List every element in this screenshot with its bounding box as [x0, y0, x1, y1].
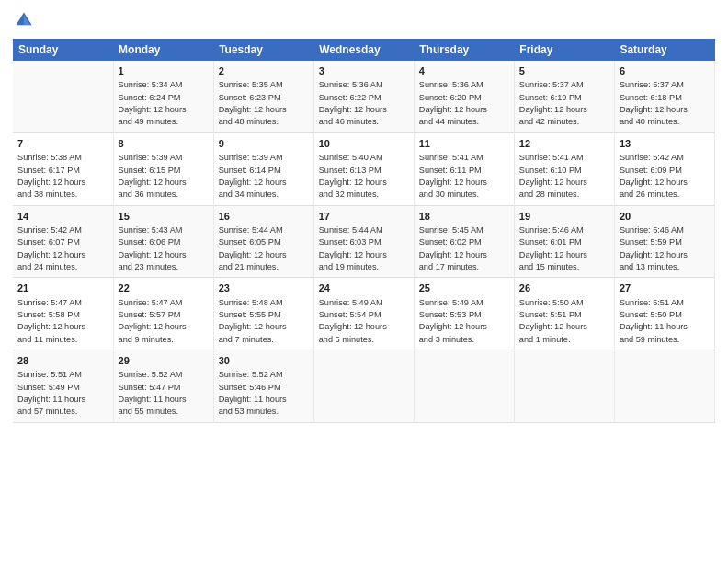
day-info: Sunrise: 5:46 AM Sunset: 6:01 PM Dayligh…: [519, 224, 609, 273]
calendar-cell: 7Sunrise: 5:38 AM Sunset: 6:17 PM Daylig…: [13, 132, 113, 205]
header: [13, 9, 715, 31]
day-info: Sunrise: 5:44 AM Sunset: 6:03 PM Dayligh…: [319, 224, 409, 273]
day-number: 16: [219, 210, 309, 224]
day-info: Sunrise: 5:47 AM Sunset: 5:57 PM Dayligh…: [119, 297, 209, 346]
day-number: 21: [17, 282, 108, 295]
calendar-body: 1Sunrise: 5:34 AM Sunset: 6:24 PM Daylig…: [13, 61, 715, 422]
day-number: 22: [119, 282, 209, 295]
calendar-cell: 3Sunrise: 5:36 AM Sunset: 6:22 PM Daylig…: [313, 61, 414, 132]
day-number: 10: [319, 137, 409, 151]
day-number: 24: [319, 282, 409, 295]
day-number: 11: [419, 137, 509, 151]
day-info: Sunrise: 5:35 AM Sunset: 6:23 PM Dayligh…: [219, 79, 309, 128]
weekday-header-tuesday: Tuesday: [213, 39, 313, 61]
day-info: Sunrise: 5:36 AM Sunset: 6:22 PM Dayligh…: [319, 79, 409, 128]
day-number: 18: [419, 210, 509, 224]
calendar-cell: 1Sunrise: 5:34 AM Sunset: 6:24 PM Daylig…: [113, 61, 213, 132]
day-number: 28: [17, 354, 108, 368]
calendar-cell: 21Sunrise: 5:47 AM Sunset: 5:58 PM Dayli…: [13, 278, 113, 350]
calendar-cell: 29Sunrise: 5:52 AM Sunset: 5:47 PM Dayli…: [113, 350, 213, 423]
weekday-header-saturday: Saturday: [614, 39, 714, 61]
day-info: Sunrise: 5:52 AM Sunset: 5:46 PM Dayligh…: [219, 369, 309, 418]
calendar-cell: [313, 350, 414, 423]
day-info: Sunrise: 5:34 AM Sunset: 6:24 PM Dayligh…: [119, 79, 209, 128]
day-number: 6: [620, 64, 710, 78]
calendar-cell: 19Sunrise: 5:46 AM Sunset: 6:01 PM Dayli…: [514, 205, 614, 278]
day-info: Sunrise: 5:41 AM Sunset: 6:11 PM Dayligh…: [419, 152, 509, 201]
day-number: 13: [620, 137, 710, 151]
calendar-cell: 16Sunrise: 5:44 AM Sunset: 6:05 PM Dayli…: [213, 205, 313, 278]
calendar-cell: 12Sunrise: 5:41 AM Sunset: 6:10 PM Dayli…: [514, 132, 614, 205]
day-info: Sunrise: 5:51 AM Sunset: 5:49 PM Dayligh…: [17, 369, 108, 418]
calendar-cell: [614, 350, 714, 423]
day-number: 1: [119, 64, 209, 78]
day-info: Sunrise: 5:37 AM Sunset: 6:19 PM Dayligh…: [519, 79, 609, 128]
day-number: 15: [119, 210, 209, 224]
calendar-cell: 30Sunrise: 5:52 AM Sunset: 5:46 PM Dayli…: [213, 350, 313, 423]
calendar-week-row: 7Sunrise: 5:38 AM Sunset: 6:17 PM Daylig…: [13, 132, 715, 205]
calendar-cell: 9Sunrise: 5:39 AM Sunset: 6:14 PM Daylig…: [213, 132, 313, 205]
day-number: 5: [519, 64, 609, 78]
day-number: 3: [319, 64, 409, 78]
calendar-cell: [13, 61, 113, 132]
weekday-header-monday: Monday: [113, 39, 213, 61]
calendar-cell: 28Sunrise: 5:51 AM Sunset: 5:49 PM Dayli…: [13, 350, 113, 423]
calendar-cell: 6Sunrise: 5:37 AM Sunset: 6:18 PM Daylig…: [614, 61, 714, 132]
calendar-cell: 22Sunrise: 5:47 AM Sunset: 5:57 PM Dayli…: [113, 278, 213, 350]
day-info: Sunrise: 5:49 AM Sunset: 5:53 PM Dayligh…: [419, 297, 509, 346]
day-number: 23: [219, 282, 309, 295]
calendar-cell: 5Sunrise: 5:37 AM Sunset: 6:19 PM Daylig…: [514, 61, 614, 132]
day-number: 17: [319, 210, 409, 224]
day-info: Sunrise: 5:49 AM Sunset: 5:54 PM Dayligh…: [319, 297, 409, 346]
calendar-cell: [514, 350, 614, 423]
day-number: 12: [519, 137, 609, 151]
day-info: Sunrise: 5:52 AM Sunset: 5:47 PM Dayligh…: [119, 369, 209, 418]
calendar-cell: 23Sunrise: 5:48 AM Sunset: 5:55 PM Dayli…: [213, 278, 313, 350]
day-info: Sunrise: 5:39 AM Sunset: 6:15 PM Dayligh…: [119, 152, 209, 201]
day-number: 8: [119, 137, 209, 151]
day-number: 30: [219, 354, 309, 368]
day-info: Sunrise: 5:41 AM Sunset: 6:10 PM Dayligh…: [519, 152, 609, 201]
calendar-cell: [414, 350, 514, 423]
day-number: 14: [17, 210, 108, 224]
day-number: 26: [519, 282, 609, 295]
calendar-cell: 27Sunrise: 5:51 AM Sunset: 5:50 PM Dayli…: [614, 278, 714, 350]
calendar-cell: 26Sunrise: 5:50 AM Sunset: 5:51 PM Dayli…: [514, 278, 614, 350]
calendar-cell: 18Sunrise: 5:45 AM Sunset: 6:02 PM Dayli…: [414, 205, 514, 278]
calendar-cell: 14Sunrise: 5:42 AM Sunset: 6:07 PM Dayli…: [13, 205, 113, 278]
day-number: 2: [219, 64, 309, 78]
calendar-cell: 10Sunrise: 5:40 AM Sunset: 6:13 PM Dayli…: [313, 132, 414, 205]
day-info: Sunrise: 5:50 AM Sunset: 5:51 PM Dayligh…: [519, 297, 609, 346]
calendar-cell: 13Sunrise: 5:42 AM Sunset: 6:09 PM Dayli…: [614, 132, 714, 205]
calendar-week-row: 1Sunrise: 5:34 AM Sunset: 6:24 PM Daylig…: [13, 61, 715, 132]
calendar-cell: 11Sunrise: 5:41 AM Sunset: 6:11 PM Dayli…: [414, 132, 514, 205]
calendar-cell: 15Sunrise: 5:43 AM Sunset: 6:06 PM Dayli…: [113, 205, 213, 278]
day-info: Sunrise: 5:47 AM Sunset: 5:58 PM Dayligh…: [17, 297, 108, 346]
day-info: Sunrise: 5:37 AM Sunset: 6:18 PM Dayligh…: [620, 79, 710, 128]
day-info: Sunrise: 5:38 AM Sunset: 6:17 PM Dayligh…: [17, 152, 108, 201]
day-info: Sunrise: 5:43 AM Sunset: 6:06 PM Dayligh…: [119, 224, 209, 273]
day-info: Sunrise: 5:40 AM Sunset: 6:13 PM Dayligh…: [319, 152, 409, 201]
weekday-header-wednesday: Wednesday: [313, 39, 414, 61]
day-info: Sunrise: 5:45 AM Sunset: 6:02 PM Dayligh…: [419, 224, 509, 273]
calendar-cell: 2Sunrise: 5:35 AM Sunset: 6:23 PM Daylig…: [213, 61, 313, 132]
logo: [13, 9, 39, 31]
calendar-cell: 25Sunrise: 5:49 AM Sunset: 5:53 PM Dayli…: [414, 278, 514, 350]
day-number: 20: [620, 210, 710, 224]
calendar-cell: 20Sunrise: 5:46 AM Sunset: 5:59 PM Dayli…: [614, 205, 714, 278]
calendar-cell: 17Sunrise: 5:44 AM Sunset: 6:03 PM Dayli…: [313, 205, 414, 278]
day-number: 29: [119, 354, 209, 368]
calendar-table: SundayMondayTuesdayWednesdayThursdayFrid…: [13, 39, 715, 423]
day-info: Sunrise: 5:44 AM Sunset: 6:05 PM Dayligh…: [219, 224, 309, 273]
page: SundayMondayTuesdayWednesdayThursdayFrid…: [0, 0, 728, 563]
day-number: 7: [17, 137, 108, 151]
calendar-cell: 24Sunrise: 5:49 AM Sunset: 5:54 PM Dayli…: [313, 278, 414, 350]
calendar-cell: 8Sunrise: 5:39 AM Sunset: 6:15 PM Daylig…: [113, 132, 213, 205]
calendar-week-row: 28Sunrise: 5:51 AM Sunset: 5:49 PM Dayli…: [13, 350, 715, 423]
day-number: 4: [419, 64, 509, 78]
weekday-header-thursday: Thursday: [414, 39, 514, 61]
weekday-header-sunday: Sunday: [13, 39, 113, 61]
day-info: Sunrise: 5:51 AM Sunset: 5:50 PM Dayligh…: [620, 297, 710, 346]
day-number: 19: [519, 210, 609, 224]
day-info: Sunrise: 5:39 AM Sunset: 6:14 PM Dayligh…: [219, 152, 309, 201]
